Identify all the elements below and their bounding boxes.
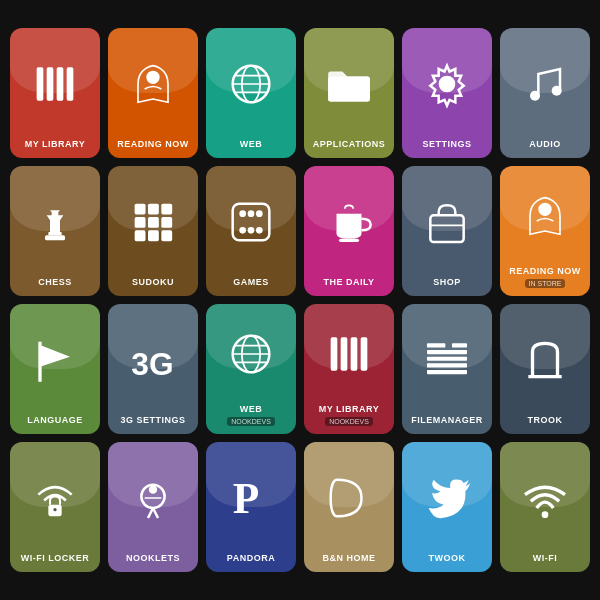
svg-point-28 [256,210,263,217]
svg-point-13 [552,85,562,95]
tile-chess[interactable]: CHESS [10,166,100,296]
3g-settings-label: 3G SETTINGS [120,415,185,426]
tile-applications[interactable]: APPLICATIONS [304,28,394,158]
tile-settings[interactable]: SETTINGS [402,28,492,158]
chess-icon [10,166,100,277]
svg-line-60 [153,508,158,518]
my-library2-icon [304,304,394,404]
tile-bn-home[interactable]: B&N HOME [304,442,394,572]
svg-rect-46 [361,337,368,370]
tile-the-daily[interactable]: THE DAILY [304,166,394,296]
tile-pandora[interactable]: PPANDORA [206,442,296,572]
svg-rect-24 [161,230,172,241]
tile-my-library2[interactable]: MY LIBRARYNOOKDEVS [304,304,394,434]
tile-wifi-locker[interactable]: WI-FI LOCKER [10,442,100,572]
reading-now2-sublabel: IN STORE [525,279,566,288]
tile-twook[interactable]: TWOOK [402,442,492,572]
tile-wifi[interactable]: WI-FI [500,442,590,572]
reading-now2-icon [500,166,590,266]
pandora-icon: P [206,442,296,553]
tile-nooklets[interactable]: NOOKLETS [108,442,198,572]
wifi-locker-icon [10,442,100,553]
svg-rect-3 [67,67,74,100]
wifi-icon [500,442,590,553]
svg-rect-45 [351,337,358,370]
wifi-label: WI-FI [533,553,558,564]
svg-rect-43 [331,337,338,370]
svg-rect-50 [427,363,467,367]
bn-home-label: B&N HOME [323,553,376,564]
svg-text:P: P [233,474,259,522]
svg-point-11 [439,75,456,92]
tile-reading-now[interactable]: READING NOW [108,28,198,158]
svg-point-26 [239,210,246,217]
svg-rect-18 [161,203,172,214]
language-label: LANGUAGE [27,415,83,426]
reading-now-icon [108,28,198,139]
tile-shop[interactable]: SHOP [402,166,492,296]
svg-point-30 [248,227,255,234]
svg-rect-32 [339,238,359,241]
filemanager-icon [402,304,492,415]
svg-line-59 [148,508,153,518]
svg-point-35 [538,203,551,216]
twook-icon [402,442,492,553]
settings-icon [402,28,492,139]
tile-web[interactable]: WEB [206,28,296,158]
web2-label: WEB [240,404,263,415]
nooklets-icon [108,442,198,553]
svg-rect-52 [452,343,467,347]
svg-rect-48 [427,350,467,354]
svg-rect-16 [135,203,146,214]
svg-rect-51 [427,370,467,374]
reading-now2-label: READING NOW [509,266,581,277]
nooklets-label: NOOKLETS [126,553,180,564]
my-library-icon [10,28,100,139]
svg-point-55 [53,508,56,511]
bn-home-icon [304,442,394,553]
filemanager-label: FILEMANAGER [411,415,483,426]
svg-rect-22 [135,230,146,241]
svg-rect-2 [57,67,64,100]
sudoku-label: SUDOKU [132,277,174,288]
applications-label: APPLICATIONS [313,139,385,150]
3g-settings-icon: 3G [108,304,198,415]
svg-rect-20 [148,217,159,228]
tile-trook[interactable]: TROOK [500,304,590,434]
svg-point-27 [248,210,255,217]
svg-text:3G: 3G [131,346,173,382]
tile-my-library[interactable]: MY LIBRARY [10,28,100,158]
tile-web2[interactable]: WEBNOOKDEVS [206,304,296,434]
my-library2-sublabel: NOOKDEVS [325,417,373,426]
audio-label: AUDIO [529,139,561,150]
tile-audio[interactable]: AUDIO [500,28,590,158]
language-icon [10,304,100,415]
svg-point-29 [239,227,246,234]
twook-label: TWOOK [429,553,466,564]
trook-label: TROOK [528,415,563,426]
games-label: GAMES [233,277,269,288]
reading-now-label: READING NOW [117,139,189,150]
svg-point-4 [146,70,159,83]
tile-reading-now2[interactable]: READING NOWIN STORE [500,166,590,296]
svg-rect-33 [430,215,463,242]
svg-point-12 [530,90,540,100]
svg-rect-17 [148,203,159,214]
svg-point-31 [256,227,263,234]
tile-filemanager[interactable]: FILEMANAGER [402,304,492,434]
games-icon [206,166,296,277]
svg-point-57 [149,485,157,493]
trook-icon [500,304,590,415]
svg-rect-15 [48,232,61,235]
web2-sublabel: NOOKDEVS [227,417,275,426]
settings-label: SETTINGS [422,139,471,150]
tile-games[interactable]: GAMES [206,166,296,296]
tile-language[interactable]: LANGUAGE [10,304,100,434]
my-library2-label: MY LIBRARY [319,404,380,415]
tile-sudoku[interactable]: SUDOKU [108,166,198,296]
chess-label: CHESS [38,277,72,288]
tile-3g-settings[interactable]: 3G3G SETTINGS [108,304,198,434]
wifi-locker-label: WI-FI LOCKER [21,553,90,564]
the-daily-label: THE DAILY [323,277,374,288]
my-library-label: MY LIBRARY [25,139,86,150]
